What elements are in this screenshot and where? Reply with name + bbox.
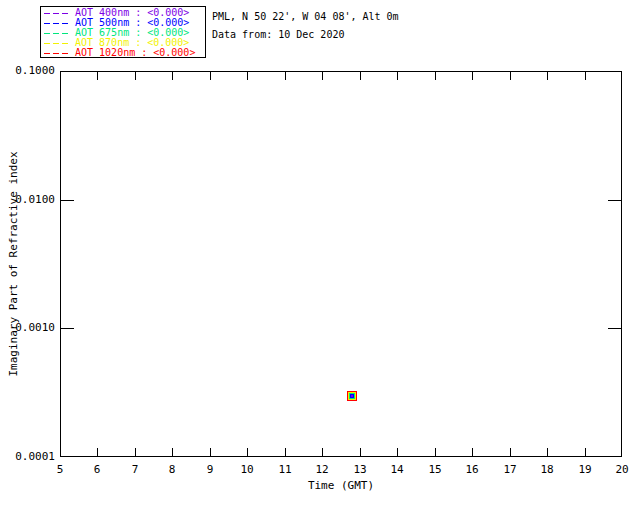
x-tick-mark-bottom xyxy=(210,448,211,456)
x-axis-title: Time (GMT) xyxy=(60,479,622,492)
x-tick-mark-top xyxy=(547,72,548,80)
x-tick-mark-bottom xyxy=(397,448,398,456)
x-tick-mark-top xyxy=(360,72,361,80)
y-tick-mark-right xyxy=(608,200,621,201)
plot-header: PML, N 50 22', W 04 08', Alt 0m Data fro… xyxy=(212,8,399,44)
y-tick-label: 0.0001 xyxy=(0,451,55,463)
y-tick-mark-left xyxy=(61,200,74,201)
legend-row: AOT 1020nm : <0.000> xyxy=(44,48,203,58)
x-tick-mark-bottom xyxy=(172,448,173,456)
x-tick-mark-top xyxy=(322,72,323,80)
x-tick-label: 6 xyxy=(82,464,112,476)
plot-area xyxy=(60,71,622,457)
x-tick-mark-top xyxy=(210,72,211,80)
x-tick-label: 7 xyxy=(120,464,150,476)
x-tick-label: 18 xyxy=(532,464,562,476)
legend-dash-icon xyxy=(44,53,70,54)
y-tick-label: 0.0010 xyxy=(0,322,55,334)
x-tick-label: 19 xyxy=(570,464,600,476)
legend-box: AOT 400nm : <0.000>AOT 500nm : <0.000>AO… xyxy=(40,6,206,58)
x-tick-mark-top xyxy=(585,72,586,80)
x-tick-label: 12 xyxy=(307,464,337,476)
legend-dash-icon xyxy=(44,13,70,14)
legend-dash-icon xyxy=(44,33,70,34)
x-tick-label: 17 xyxy=(495,464,525,476)
x-tick-mark-bottom xyxy=(322,448,323,456)
x-tick-mark-top xyxy=(172,72,173,80)
y-tick-mark-left xyxy=(61,328,74,329)
x-tick-mark-top xyxy=(97,72,98,80)
x-tick-mark-top xyxy=(472,72,473,80)
x-tick-mark-top xyxy=(285,72,286,80)
y-tick-label: 0.1000 xyxy=(0,65,55,77)
x-tick-label: 13 xyxy=(345,464,375,476)
site-location-text: PML, N 50 22', W 04 08', Alt 0m xyxy=(212,8,399,26)
aeronet-refractive-index-plot: AOT 400nm : <0.000>AOT 500nm : <0.000>AO… xyxy=(0,0,640,512)
x-tick-mark-top xyxy=(510,72,511,80)
x-tick-label: 15 xyxy=(420,464,450,476)
y-tick-mark-right xyxy=(608,328,621,329)
x-tick-label: 14 xyxy=(382,464,412,476)
x-tick-label: 9 xyxy=(195,464,225,476)
x-tick-mark-top xyxy=(435,72,436,80)
x-tick-mark-bottom xyxy=(247,448,248,456)
legend-label: AOT 1020nm : <0.000> xyxy=(75,48,195,58)
x-tick-mark-bottom xyxy=(547,448,548,456)
y-tick-label: 0.0100 xyxy=(0,194,55,206)
x-tick-mark-top xyxy=(135,72,136,80)
legend-dash-icon xyxy=(44,23,70,24)
x-tick-mark-bottom xyxy=(97,448,98,456)
x-tick-mark-bottom xyxy=(510,448,511,456)
x-tick-mark-top xyxy=(397,72,398,80)
x-tick-mark-bottom xyxy=(135,448,136,456)
x-tick-mark-bottom xyxy=(285,448,286,456)
x-tick-mark-bottom xyxy=(585,448,586,456)
x-tick-mark-bottom xyxy=(435,448,436,456)
x-tick-mark-bottom xyxy=(472,448,473,456)
x-tick-label: 20 xyxy=(607,464,637,476)
x-tick-mark-bottom xyxy=(360,448,361,456)
x-tick-label: 8 xyxy=(157,464,187,476)
x-tick-label: 16 xyxy=(457,464,487,476)
data-date-text: Data from: 10 Dec 2020 xyxy=(212,26,399,44)
x-tick-label: 11 xyxy=(270,464,300,476)
x-tick-label: 10 xyxy=(232,464,262,476)
data-point-aot-400nm xyxy=(351,395,353,397)
x-tick-label: 5 xyxy=(45,464,75,476)
y-axis-title: Imaginary Part of Refractive index xyxy=(7,151,20,376)
x-tick-mark-top xyxy=(247,72,248,80)
legend-dash-icon xyxy=(44,43,70,44)
